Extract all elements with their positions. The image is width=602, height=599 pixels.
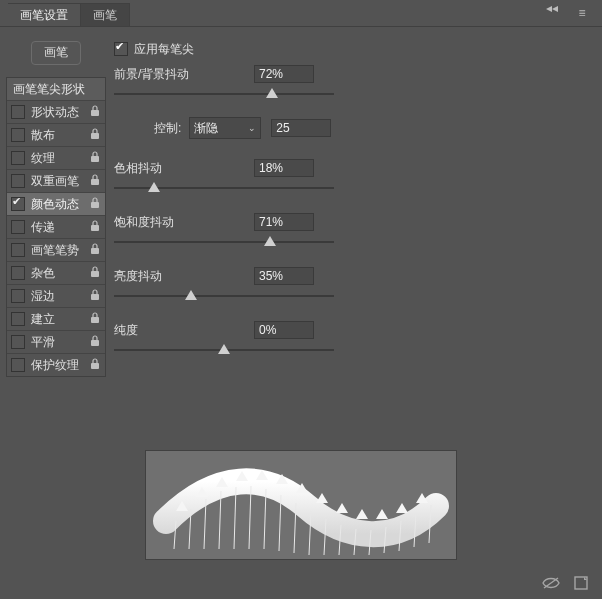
chevron-down-icon: ⌄ [248, 123, 256, 133]
list-item-10[interactable]: 平滑 [7, 330, 105, 353]
panel-body: 画笔 画笔笔尖形状 形状动态散布纹理双重画笔颜色动态传递画笔笔势杂色湿边建立平滑… [0, 27, 602, 450]
control-count-input[interactable] [271, 119, 331, 137]
list-item-label: 纹理 [31, 150, 87, 167]
list-checkbox[interactable] [11, 266, 25, 280]
lock-icon[interactable] [87, 335, 103, 350]
left-column: 画笔 画笔笔尖形状 形状动态散布纹理双重画笔颜色动态传递画笔笔势杂色湿边建立平滑… [6, 35, 106, 446]
list-item-4[interactable]: 颜色动态 [7, 192, 105, 215]
tab-brush-settings[interactable]: 画笔设置 [8, 3, 81, 26]
panel-menu-icon[interactable]: ≡ [570, 1, 594, 25]
list-checkbox[interactable] [11, 128, 25, 142]
tab-brushes[interactable]: 画笔 [81, 3, 130, 26]
list-item-label: 形状动态 [31, 104, 87, 121]
purity-slider[interactable] [114, 341, 334, 359]
saturation-jitter-slider[interactable] [114, 233, 334, 251]
brush-stroke-preview [146, 451, 456, 559]
lock-icon[interactable] [87, 105, 103, 120]
list-checkbox[interactable] [11, 358, 25, 372]
lock-icon[interactable] [87, 243, 103, 258]
list-item-3[interactable]: 双重画笔 [7, 169, 105, 192]
svg-line-18 [264, 489, 266, 549]
preview-toggle-icon[interactable] [542, 576, 560, 593]
lock-icon[interactable] [87, 266, 103, 281]
brush-options-list: 画笔笔尖形状 形状动态散布纹理双重画笔颜色动态传递画笔笔势杂色湿边建立平滑保护纹… [6, 77, 106, 377]
list-checkbox[interactable] [11, 105, 25, 119]
list-checkbox[interactable] [11, 151, 25, 165]
list-item-11[interactable]: 保护纹理 [7, 353, 105, 376]
lock-icon[interactable] [87, 289, 103, 304]
list-checkbox[interactable] [11, 220, 25, 234]
brush-button[interactable]: 画笔 [31, 41, 81, 65]
lock-icon[interactable] [87, 358, 103, 373]
brush-preview-box [145, 450, 457, 560]
fgbg-jitter-input[interactable] [254, 65, 314, 83]
slider-thumb[interactable] [266, 88, 278, 98]
lock-icon[interactable] [87, 151, 103, 166]
list-checkbox[interactable] [11, 335, 25, 349]
fgbg-jitter-slider[interactable] [114, 85, 334, 103]
slider-thumb[interactable] [218, 344, 230, 354]
brightness-jitter-block: 亮度抖动 [114, 265, 596, 305]
list-item-7[interactable]: 杂色 [7, 261, 105, 284]
list-item-6[interactable]: 画笔笔势 [7, 238, 105, 261]
apply-per-tip-checkbox[interactable] [114, 42, 128, 56]
svg-rect-6 [91, 248, 99, 254]
list-checkbox[interactable] [11, 174, 25, 188]
collapse-icon[interactable]: ◂◂ [546, 1, 558, 25]
list-checkbox[interactable] [11, 197, 25, 211]
brush-settings-panel: 画笔设置 画笔 ◂◂ ≡ 画笔 画笔笔尖形状 形状动态散布纹理双重画笔颜色动态传… [0, 0, 602, 599]
list-checkbox[interactable] [11, 289, 25, 303]
list-checkbox[interactable] [11, 312, 25, 326]
fgbg-jitter-label: 前景/背景抖动 [114, 66, 254, 83]
apply-per-tip-row: 应用每笔尖 [114, 37, 596, 61]
tabs: 画笔设置 画笔 [8, 0, 130, 26]
svg-rect-11 [91, 363, 99, 369]
svg-rect-10 [91, 340, 99, 346]
slider-thumb[interactable] [148, 182, 160, 192]
brightness-jitter-label: 亮度抖动 [114, 268, 254, 285]
saturation-jitter-block: 饱和度抖动 [114, 211, 596, 251]
list-item-label: 颜色动态 [31, 196, 87, 213]
purity-label: 纯度 [114, 322, 254, 339]
list-item-label: 散布 [31, 127, 87, 144]
brightness-jitter-input[interactable] [254, 267, 314, 285]
slider-thumb[interactable] [185, 290, 197, 300]
apply-per-tip-label: 应用每笔尖 [134, 41, 194, 58]
svg-rect-9 [91, 317, 99, 323]
list-item-5[interactable]: 传递 [7, 215, 105, 238]
list-item-1[interactable]: 散布 [7, 123, 105, 146]
list-item-8[interactable]: 湿边 [7, 284, 105, 307]
lock-icon[interactable] [87, 220, 103, 235]
new-preset-icon[interactable] [574, 576, 588, 593]
purity-input[interactable] [254, 321, 314, 339]
list-header[interactable]: 画笔笔尖形状 [7, 78, 105, 100]
lock-icon[interactable] [87, 174, 103, 189]
hue-jitter-block: 色相抖动 [114, 157, 596, 197]
lock-icon[interactable] [87, 197, 103, 212]
right-column: 应用每笔尖 前景/背景抖动 控制: 渐隐 ⌄ [114, 35, 596, 446]
list-checkbox[interactable] [11, 243, 25, 257]
hue-jitter-label: 色相抖动 [114, 160, 254, 177]
svg-rect-3 [91, 179, 99, 185]
panel-header: 画笔设置 画笔 ◂◂ ≡ [0, 0, 602, 27]
list-item-label: 湿边 [31, 288, 87, 305]
hue-jitter-input[interactable] [254, 159, 314, 177]
lock-icon[interactable] [87, 312, 103, 327]
brightness-jitter-slider[interactable] [114, 287, 334, 305]
control-block: 控制: 渐隐 ⌄ [114, 117, 596, 139]
slider-thumb[interactable] [264, 236, 276, 246]
svg-rect-0 [91, 110, 99, 116]
list-item-label: 画笔笔势 [31, 242, 87, 259]
list-item-9[interactable]: 建立 [7, 307, 105, 330]
panel-footer [0, 570, 602, 599]
svg-line-16 [234, 487, 236, 549]
hue-jitter-slider[interactable] [114, 179, 334, 197]
lock-icon[interactable] [87, 128, 103, 143]
list-item-0[interactable]: 形状动态 [7, 100, 105, 123]
svg-rect-5 [91, 225, 99, 231]
svg-line-15 [219, 491, 221, 549]
brush-preview [10, 450, 592, 560]
control-dropdown[interactable]: 渐隐 ⌄ [189, 117, 261, 139]
list-item-2[interactable]: 纹理 [7, 146, 105, 169]
saturation-jitter-input[interactable] [254, 213, 314, 231]
